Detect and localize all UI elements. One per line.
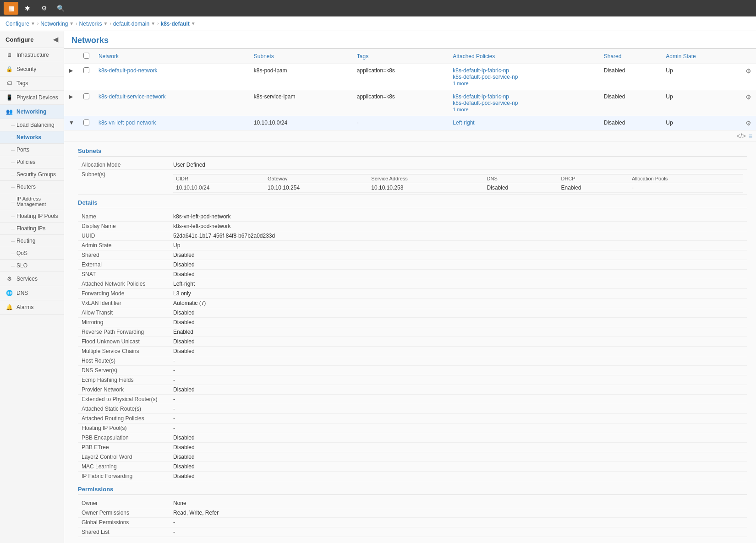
sidebar-item-floating-ip-pools[interactable]: — Floating IP Pools bbox=[0, 210, 64, 223]
permission-value: - bbox=[170, 527, 747, 537]
grid-view-btn[interactable]: ≡ bbox=[749, 132, 752, 140]
detail-label: Host Route(s) bbox=[78, 356, 170, 366]
detail-label: Layer2 Control Word bbox=[78, 452, 170, 462]
row-checkbox-cell bbox=[79, 90, 94, 116]
detail-value: Disabled bbox=[170, 347, 747, 356]
table-header-row: Network Subnets Tags Attached Policies S… bbox=[64, 49, 756, 64]
policy-link[interactable]: k8s-default-pod-service-np bbox=[453, 74, 594, 80]
row-expand-btn[interactable]: ▼ bbox=[64, 116, 79, 130]
detail-label: Flood Unknown Unicast bbox=[78, 337, 170, 347]
more-policies-link[interactable]: 1 more bbox=[453, 107, 468, 112]
sidebar-item-tags[interactable]: 🏷 Tags bbox=[0, 76, 64, 91]
detail-label: External bbox=[78, 260, 170, 270]
sidebar-item-slo[interactable]: — SLO bbox=[0, 260, 64, 272]
detail-field-row: Attached Network Policies Left-right bbox=[78, 279, 747, 289]
toolbar-gear-btn[interactable]: ⚙ bbox=[37, 2, 51, 15]
row-checkbox[interactable] bbox=[83, 119, 89, 125]
breadcrumb-configure[interactable]: Configure ▼ bbox=[5, 21, 35, 27]
subnets-inner-table: CIDRGatewayService AddressDNSDHCPAllocat… bbox=[173, 174, 743, 193]
th-attached-policies[interactable]: Attached Policies bbox=[448, 49, 599, 64]
permission-label: Global Permissions bbox=[78, 518, 170, 527]
row-checkbox[interactable] bbox=[83, 93, 89, 99]
toolbar-search-btn[interactable]: 🔍 bbox=[53, 2, 68, 15]
shared-cell: Disabled bbox=[599, 90, 662, 116]
breadcrumb-sep-4: › bbox=[157, 21, 159, 26]
row-checkbox[interactable] bbox=[83, 67, 89, 73]
sidebar-item-services[interactable]: ⚙ Services bbox=[0, 272, 64, 286]
code-view-btn[interactable]: </> bbox=[737, 132, 746, 140]
sidebar-item-routers[interactable]: — Routers bbox=[0, 181, 64, 193]
row-gear-btn[interactable]: ⚙ bbox=[745, 119, 751, 127]
services-icon: ⚙ bbox=[5, 276, 13, 282]
subnet-allocation-pools: - bbox=[629, 183, 743, 193]
th-network[interactable]: Network bbox=[94, 49, 249, 64]
sidebar-item-security-groups[interactable]: — Security Groups bbox=[0, 168, 64, 181]
subnet-col-gateway: Gateway bbox=[265, 174, 368, 183]
detail-value: Enabled bbox=[170, 327, 747, 337]
detail-value: Disabled bbox=[170, 472, 747, 481]
th-subnets[interactable]: Subnets bbox=[249, 49, 352, 64]
select-all-checkbox[interactable] bbox=[83, 53, 89, 59]
detail-value: Disabled bbox=[170, 443, 747, 452]
network-name-link[interactable]: k8s-default-pod-network bbox=[99, 67, 158, 74]
policy-link[interactable]: k8s-default-pod-service-np bbox=[453, 100, 594, 106]
sidebar-item-dns[interactable]: 🌐 DNS bbox=[0, 286, 64, 300]
monitor-icon: 🖥 bbox=[5, 52, 13, 58]
th-admin-state[interactable]: Admin State bbox=[661, 49, 741, 64]
row-gear-btn[interactable]: ⚙ bbox=[745, 67, 751, 75]
row-expand-btn[interactable]: ▶ bbox=[64, 90, 79, 116]
row-gear-btn[interactable]: ⚙ bbox=[745, 93, 751, 101]
sidebar-item-infrastructure[interactable]: 🖥 Infrastructure bbox=[0, 48, 64, 62]
network-name-cell: k8s-default-service-network bbox=[94, 90, 249, 116]
policy-link[interactable]: Left-right bbox=[453, 119, 594, 126]
permission-field-row: Owner None bbox=[78, 499, 747, 508]
permissions-section-title: Permissions bbox=[78, 486, 747, 495]
detail-label: Mirroring bbox=[78, 318, 170, 327]
sidebar-collapse-btn[interactable]: ◀ bbox=[53, 36, 58, 43]
sidebar-item-physical-devices[interactable]: 📱 Physical Devices bbox=[0, 91, 64, 105]
expanded-content: Subnets Allocation Mode User Defined Sub… bbox=[64, 142, 756, 543]
sidebar-item-security[interactable]: 🔒 Security bbox=[0, 62, 64, 76]
expanded-toolbar: </> ≡ bbox=[64, 130, 756, 142]
detail-label: Attached Routing Policies bbox=[78, 414, 170, 424]
subnets-cell: k8s-pod-ipam bbox=[249, 64, 352, 90]
sidebar-item-floating-ips[interactable]: — Floating IPs bbox=[0, 223, 64, 235]
network-name-link[interactable]: k8s-default-service-network bbox=[99, 93, 166, 100]
detail-label: Display Name bbox=[78, 222, 170, 231]
breadcrumb-networks[interactable]: Networks ▼ bbox=[79, 21, 108, 27]
detail-value: Disabled bbox=[170, 308, 747, 318]
subnet-col-service-address: Service Address bbox=[368, 174, 484, 183]
sidebar-item-qos[interactable]: — QoS bbox=[0, 247, 64, 260]
sidebar-item-load-balancing[interactable]: — Load Balancing bbox=[0, 119, 64, 131]
network-name-link[interactable]: k8s-vn-left-pod-network bbox=[99, 119, 156, 126]
breadcrumb-networking[interactable]: Networking ▼ bbox=[40, 21, 74, 27]
row-checkbox-cell bbox=[79, 116, 94, 130]
allocation-mode-row: Allocation Mode User Defined bbox=[78, 160, 747, 170]
policy-link[interactable]: k8s-default-ip-fabric-np bbox=[453, 93, 594, 100]
more-policies-link[interactable]: 1 more bbox=[453, 81, 468, 86]
policy-link[interactable]: k8s-default-ip-fabric-np bbox=[453, 67, 594, 74]
sidebar-item-ports[interactable]: — Ports bbox=[0, 144, 64, 156]
detail-field-row: Attached Routing Policies - bbox=[78, 414, 747, 424]
sidebar-item-policies[interactable]: — Policies bbox=[0, 156, 64, 168]
breadcrumb-current[interactable]: k8s-default ▼ bbox=[160, 21, 195, 27]
toolbar-dashboard-btn[interactable]: ▦ bbox=[4, 2, 18, 15]
sidebar-item-networks[interactable]: — Networks bbox=[0, 131, 64, 144]
detail-value: k8s-vn-left-pod-network bbox=[170, 212, 747, 222]
th-shared[interactable]: Shared bbox=[599, 49, 662, 64]
th-tags[interactable]: Tags bbox=[352, 49, 449, 64]
permission-value: None bbox=[170, 499, 747, 508]
tags-cell: application=k8s bbox=[352, 90, 449, 116]
sidebar-item-ip-address-mgmt[interactable]: — IP Address Management bbox=[0, 193, 64, 210]
toolbar-settings-btn[interactable]: ✱ bbox=[20, 2, 35, 15]
breadcrumb-domain[interactable]: default-domain ▼ bbox=[113, 21, 155, 27]
detail-label: Ecmp Hashing Fields bbox=[78, 375, 170, 385]
detail-label: PBB Encapsulation bbox=[78, 433, 170, 443]
gear-cell: ⚙ bbox=[741, 64, 756, 90]
detail-field-row: Layer2 Control Word Disabled bbox=[78, 452, 747, 462]
sidebar-item-alarms[interactable]: 🔔 Alarms bbox=[0, 300, 64, 315]
sidebar-item-networking[interactable]: 👥 Networking bbox=[0, 105, 64, 119]
sidebar-item-routing[interactable]: — Routing bbox=[0, 235, 64, 247]
main-layout: Configure ◀ 🖥 Infrastructure 🔒 Security … bbox=[0, 31, 756, 543]
row-expand-btn[interactable]: ▶ bbox=[64, 64, 79, 90]
